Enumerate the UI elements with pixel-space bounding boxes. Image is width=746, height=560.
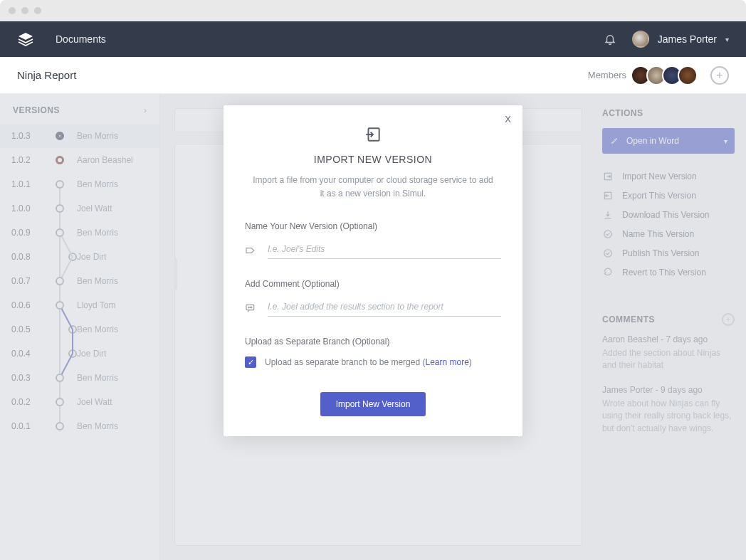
- user-menu[interactable]: James Porter ▾: [632, 31, 729, 48]
- top-nav: Documents James Porter ▾: [0, 21, 746, 57]
- user-avatar: [632, 31, 649, 48]
- member-avatars: [635, 65, 698, 85]
- svg-point-7: [248, 307, 249, 307]
- browser-titlebar: [0, 0, 746, 21]
- chevron-down-icon: ▾: [725, 36, 729, 43]
- comment-icon: [245, 302, 256, 314]
- members-label: Members: [588, 70, 626, 80]
- window-dot: [9, 7, 16, 14]
- comment-field-label: Add Comment (Optional): [245, 279, 501, 289]
- import-version-modal: X IMPORT NEW VERSION Import a file from …: [224, 105, 522, 436]
- user-name: James Porter: [658, 33, 717, 45]
- separate-branch-checkbox[interactable]: ✓: [245, 356, 256, 368]
- member-avatar[interactable]: [678, 65, 698, 85]
- notifications-icon[interactable]: [604, 33, 616, 46]
- modal-title: IMPORT NEW VERSION: [245, 154, 501, 165]
- modal-subtitle: Import a file from your computer or clou…: [245, 174, 501, 200]
- modal-close-button[interactable]: X: [505, 114, 511, 125]
- add-member-button[interactable]: +: [710, 66, 729, 85]
- branch-check-text: Upload as separate branch to be merged (…: [265, 357, 472, 367]
- branch-field-label: Upload as Separate Branch (Optional): [245, 337, 501, 347]
- window-dot: [21, 7, 28, 14]
- tag-icon: [245, 245, 256, 256]
- svg-point-8: [250, 307, 251, 307]
- document-title: Ninja Report: [17, 69, 76, 81]
- subheader: Ninja Report Members +: [0, 57, 746, 94]
- svg-point-9: [251, 307, 252, 307]
- import-icon: [245, 125, 501, 144]
- version-name-input[interactable]: [268, 241, 501, 259]
- app-logo-icon[interactable]: [17, 31, 34, 48]
- name-field-label: Name Your New Version (Optional): [245, 221, 501, 231]
- nav-documents[interactable]: Documents: [56, 33, 106, 45]
- import-version-submit-button[interactable]: Import New Version: [320, 392, 426, 416]
- learn-more-link[interactable]: Learn more: [425, 357, 468, 367]
- modal-overlay: X IMPORT NEW VERSION Import a file from …: [0, 94, 746, 560]
- version-comment-input[interactable]: [268, 299, 501, 317]
- window-dot: [34, 7, 41, 14]
